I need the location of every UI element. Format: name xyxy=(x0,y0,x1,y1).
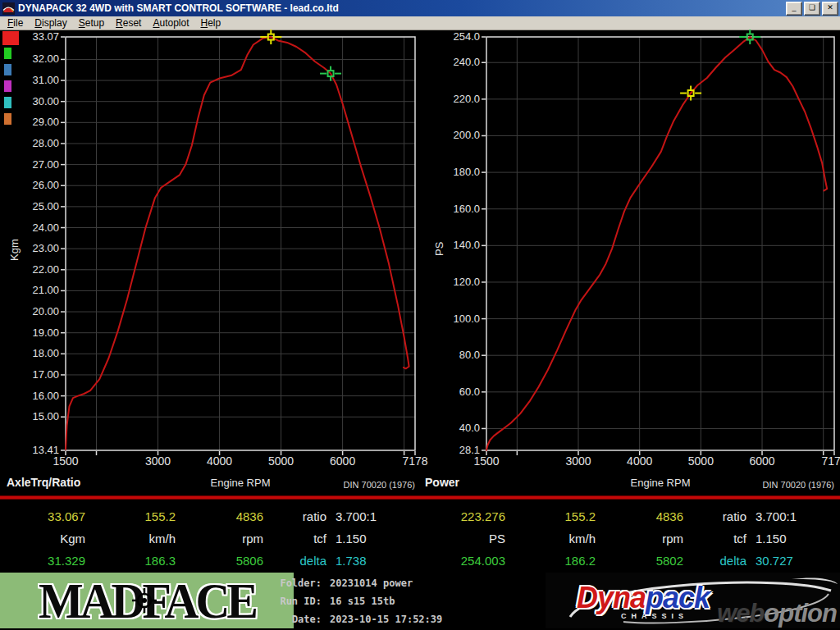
torque-peak-rpm: 4836 xyxy=(176,509,263,523)
power-peak-speed: 155.2 xyxy=(505,509,596,523)
y-tick-label: 30.00 xyxy=(11,95,59,107)
x-tick-label: 1500 xyxy=(39,454,92,468)
x-tick-label: 4000 xyxy=(614,454,666,468)
y-tick-label: 60.0 xyxy=(432,386,480,398)
legend-swatch-3[interactable] xyxy=(4,80,11,92)
weboption-watermark: weboption xyxy=(717,599,837,628)
x-tick-label: 3000 xyxy=(552,454,605,468)
dynapack-logo: Dynapack CHASSIS weboption xyxy=(546,573,840,628)
power-chart-title: Power xyxy=(425,476,459,489)
dynapack-app-window: DYNAPACK 32 4WD with SMART CONTROL SOFTW… xyxy=(0,0,840,630)
madface-logo: MADFACE xyxy=(0,573,294,628)
divider-line xyxy=(0,495,840,500)
y-tick-label: 23.00 xyxy=(11,242,59,254)
y-tick-label: 254.0 xyxy=(432,30,480,43)
dynapack-word-dyna: Dyna xyxy=(577,581,646,614)
y-tick-label: 19.00 xyxy=(11,326,59,339)
ratio-value: 3.700:1 xyxy=(336,509,377,523)
y-tick-label: 31.00 xyxy=(11,74,59,86)
folder-label: Folder: xyxy=(271,578,322,589)
torque-unit: Kgm xyxy=(0,532,85,546)
rpm-unit: rpm xyxy=(596,532,683,546)
y-tick-label: 21.00 xyxy=(11,284,59,296)
y-tick-label: 18.00 xyxy=(11,347,59,359)
menu-display[interactable]: Display xyxy=(29,16,72,30)
legend-swatch-4[interactable] xyxy=(4,97,11,108)
dynapack-tagline: CHASSIS xyxy=(621,612,688,620)
y-tick-label: 16.00 xyxy=(11,390,59,402)
dynapack-word-pack: pack xyxy=(646,581,710,614)
torque-peak-value: 33.067 xyxy=(0,509,85,523)
date-value: 2023-10-15 17:52:39 xyxy=(330,614,442,625)
ratio-label: ratio xyxy=(683,509,746,523)
legend-swatch-2[interactable] xyxy=(4,64,11,75)
y-tick-label: 200.0 xyxy=(432,129,480,141)
run-id-value: 16 s15 15tb xyxy=(330,596,395,607)
menu-file[interactable]: File xyxy=(2,16,29,30)
torque-peak-speed: 155.2 xyxy=(85,509,176,523)
ratio-value: 3.700:1 xyxy=(756,509,797,523)
torque-end-value: 31.329 xyxy=(0,554,85,568)
y-tick-label: 22.00 xyxy=(11,263,59,276)
y-tick-label: 140.0 xyxy=(432,239,480,251)
delta-value: 1.738 xyxy=(336,554,367,568)
x-tick-label: 7178 xyxy=(389,454,441,468)
y-tick-label: 24.00 xyxy=(11,221,59,234)
delta-label: delta xyxy=(683,554,746,568)
y-tick-label: 28.00 xyxy=(11,137,59,149)
dynapack-wordmark: Dynapack xyxy=(577,581,710,615)
x-tick-label: 1500 xyxy=(460,454,513,468)
delta-label: delta xyxy=(263,554,326,568)
y-tick-label: 32.00 xyxy=(11,52,59,65)
y-tick-label: 20.00 xyxy=(11,305,59,317)
menu-bar: File Display Setup Reset Autoplot Help xyxy=(0,16,840,30)
power-unit: PS xyxy=(420,532,505,546)
menu-autoplot[interactable]: Autoplot xyxy=(147,16,194,30)
title-bar: DYNAPACK 32 4WD with SMART CONTROL SOFTW… xyxy=(0,0,840,16)
power-end-value: 254.003 xyxy=(420,554,505,568)
tcf-label: tcf xyxy=(263,532,326,546)
x-tick-label: 4000 xyxy=(194,454,246,468)
legend-swatch-5[interactable] xyxy=(4,113,11,125)
speed-unit: km/h xyxy=(85,532,176,546)
tcf-label: tcf xyxy=(683,532,746,546)
restore-button[interactable]: ❏ xyxy=(804,2,820,16)
y-tick-label: 180.0 xyxy=(432,166,480,178)
legend-swatch-1[interactable] xyxy=(4,48,11,59)
folder-value: 20231014 power xyxy=(330,578,413,589)
app-logo-icon xyxy=(2,2,15,15)
y-tick-label: 26.00 xyxy=(11,179,59,191)
y-tick-label: 40.0 xyxy=(432,422,480,434)
torque-chart-title: AxleTrq/Ratio xyxy=(7,476,80,489)
y-tick-label: 33.07 xyxy=(11,30,59,43)
y-tick-label: 27.00 xyxy=(11,158,59,171)
x-tick-label: 3000 xyxy=(132,454,185,468)
y-tick-label: 240.0 xyxy=(432,56,480,68)
close-button[interactable]: ✕ xyxy=(822,2,838,16)
power-din-standard: DIN 70020 (1976) xyxy=(695,480,834,490)
y-tick-label: 100.0 xyxy=(432,313,480,325)
torque-readout-panel: 33.067 155.2 4836 ratio 3.700:1 Kgm km/h… xyxy=(0,502,420,572)
x-tick-label: 5000 xyxy=(255,454,308,468)
tcf-value: 1.150 xyxy=(756,532,787,546)
run-info-panel: Folder: 20231014 power Run ID: 16 s15 15… xyxy=(271,574,468,628)
torque-din-standard: DIN 70020 (1976) xyxy=(276,480,415,490)
speed-unit: km/h xyxy=(505,532,596,546)
menu-reset[interactable]: Reset xyxy=(110,16,147,30)
power-peak-rpm: 4836 xyxy=(596,509,683,523)
power-chart-plot[interactable] xyxy=(486,37,834,450)
torque-chart-plot[interactable] xyxy=(66,37,415,450)
delta-value: 30.727 xyxy=(756,554,793,568)
power-readout-panel: 223.276 155.2 4836 ratio 3.700:1 PS km/h… xyxy=(420,502,840,572)
menu-help[interactable]: Help xyxy=(195,16,227,30)
y-tick-label: 29.00 xyxy=(11,116,59,128)
x-tick-label: 5000 xyxy=(674,454,727,468)
y-tick-label: 15.00 xyxy=(11,410,59,422)
torque-end-rpm: 5806 xyxy=(176,554,263,568)
minimize-button[interactable]: _ xyxy=(786,2,802,16)
y-tick-label: 120.0 xyxy=(432,276,480,288)
y-tick-label: 80.0 xyxy=(432,349,480,361)
ratio-label: ratio xyxy=(263,509,326,523)
y-tick-label: 25.00 xyxy=(11,200,59,212)
menu-setup[interactable]: Setup xyxy=(73,16,110,30)
